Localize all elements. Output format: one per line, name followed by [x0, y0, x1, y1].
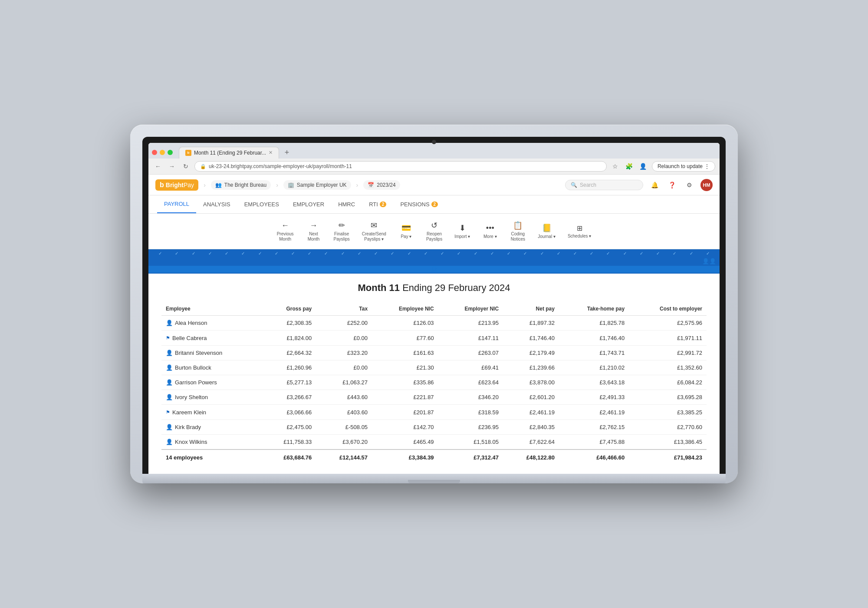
person-icon: 👤 — [166, 379, 173, 386]
timeline-check: ✓ — [368, 251, 384, 256]
search-placeholder-text: Search — [580, 182, 596, 188]
cost-to-employer-cell: £3,385.25 — [629, 405, 707, 420]
col-employer-nic: Employer NIC — [438, 302, 503, 316]
tab-analysis[interactable]: ANALYSIS — [196, 196, 237, 213]
tax-cell: £-508.05 — [316, 420, 372, 435]
browser-tab-active[interactable]: b Month 11 (Ending 29 Februar... ✕ — [179, 147, 279, 159]
employer-nic-cell: £236.95 — [438, 420, 503, 435]
tab-close-button[interactable]: ✕ — [269, 150, 273, 155]
employer-nic-cell: £1,518.05 — [438, 435, 503, 450]
tab-pensions[interactable]: PENSIONS 2 — [393, 196, 445, 213]
help-button[interactable]: ❓ — [666, 179, 678, 191]
screen-bezel: b Month 11 (Ending 29 Februar... ✕ + ← →… — [142, 137, 726, 474]
take-home-pay-cell: £3,643.18 — [559, 375, 629, 390]
table-row[interactable]: 👤 Britanni Stevenson £2,664.32 £323.20 £… — [161, 346, 707, 360]
breadcrumb-separator-1: › — [204, 182, 206, 188]
import-button[interactable]: ⬇ Import ▾ — [449, 221, 475, 242]
logo-area[interactable]: b BrightPay — [155, 179, 198, 191]
camera-notch — [432, 140, 436, 144]
table-row[interactable]: 👤 Kirk Brady £2,475.00 £-508.05 £142.70 … — [161, 420, 707, 435]
refresh-button[interactable]: ↻ — [181, 161, 191, 172]
journal-label: Journal ▾ — [538, 234, 556, 239]
breadcrumb-year[interactable]: 📅 2023/24 — [363, 180, 400, 190]
tab-employees[interactable]: EMPLOYEES — [237, 196, 286, 213]
pensions-badge: 2 — [431, 202, 438, 207]
tab-employer[interactable]: EMPLOYER — [286, 196, 331, 213]
take-home-pay-cell: £1,743.71 — [559, 346, 629, 360]
prev-month-button[interactable]: ← PreviousMonth — [272, 218, 299, 245]
more-button[interactable]: ••• More ▾ — [477, 221, 503, 242]
cost-to-employer-cell: £13,386.45 — [629, 435, 707, 450]
extension-icon[interactable]: 🧩 — [624, 161, 635, 172]
table-row[interactable]: ⚑ Belle Cabrera £1,824.00 £0.00 £77.60 £… — [161, 330, 707, 346]
new-tab-button[interactable]: + — [281, 146, 293, 159]
tab-favicon: b — [185, 150, 191, 156]
tab-rti[interactable]: RTI 2 — [362, 196, 393, 213]
col-employee-nic: Employee NIC — [372, 302, 438, 316]
finalise-button[interactable]: ✏ FinalisePayslips — [329, 218, 355, 245]
breadcrumb-year-label: 2023/24 — [377, 182, 395, 188]
table-row[interactable]: 👤 Alea Henson £2,308.35 £252.00 £126.03 … — [161, 316, 707, 330]
prev-month-label: PreviousMonth — [277, 231, 294, 242]
bookmark-icon[interactable]: ☆ — [610, 161, 621, 172]
tab-payroll[interactable]: PAYROLL — [157, 195, 196, 213]
net-pay-cell: £1,897.32 — [503, 316, 559, 330]
forward-button[interactable]: → — [167, 161, 177, 172]
net-pay-cell: £2,179.49 — [503, 346, 559, 360]
take-home-pay-cell: £1,210.02 — [559, 360, 629, 375]
person-icon: 👤 — [166, 364, 173, 371]
take-home-pay-cell: £1,746.40 — [559, 330, 629, 346]
net-pay-cell: £3,878.00 — [503, 375, 559, 390]
profile-icon[interactable]: 👤 — [638, 161, 648, 172]
journal-button[interactable]: 📒 Journal ▾ — [533, 221, 561, 242]
table-row[interactable]: 👤 Garrison Powers £5,277.13 £1,063.27 £3… — [161, 375, 707, 390]
settings-button[interactable]: ⚙ — [683, 179, 695, 191]
tab-hmrc-label: HMRC — [338, 201, 355, 208]
gross-pay-cell: £2,664.32 — [260, 346, 316, 360]
close-button[interactable] — [152, 150, 157, 155]
back-button[interactable]: ← — [153, 161, 163, 172]
employer-nic-cell: £147.11 — [438, 330, 503, 346]
timeline-check: ✓ — [583, 251, 600, 256]
table-row[interactable]: ⚑ Kareem Klein £3,066.66 £403.60 £201.87… — [161, 405, 707, 420]
gross-pay-cell: £5,277.13 — [260, 375, 316, 390]
schedules-button[interactable]: ⊞ Schedules ▾ — [562, 221, 596, 241]
relaunch-button[interactable]: Relaunch to update ⋮ — [652, 161, 715, 172]
cost-to-employer-cell: £1,971.11 — [629, 330, 707, 346]
breadcrumb-bureau[interactable]: 👥 The Bright Bureau — [211, 180, 271, 190]
minimize-button[interactable] — [160, 150, 165, 155]
employee-name: Garrison Powers — [175, 379, 217, 386]
employee-nic-cell: £161.63 — [372, 346, 438, 360]
table-row[interactable]: 👤 Ivory Shelton £3,266.67 £443.60 £221.8… — [161, 390, 707, 405]
employee-nic-cell: £77.60 — [372, 330, 438, 346]
pay-button[interactable]: 💳 Pay ▾ — [393, 221, 419, 242]
table-row[interactable]: 👤 Burton Bullock £1,260.96 £0.00 £21.30 … — [161, 360, 707, 375]
person-icon: 👤 — [166, 320, 173, 326]
table-row[interactable]: 👤 Knox Wilkins £11,758.33 £3,670.20 £465… — [161, 435, 707, 450]
user-avatar[interactable]: HM — [700, 179, 713, 191]
breadcrumb-employer[interactable]: 🏢 Sample Employer UK — [283, 180, 351, 190]
create-send-button[interactable]: ✉ Create/SendPayslips ▾ — [357, 218, 391, 245]
tax-cell: £323.20 — [316, 346, 372, 360]
cost-to-employer-cell: £1,352.60 — [629, 360, 707, 375]
import-icon: ⬇ — [459, 223, 466, 233]
bureau-icon: 👥 — [215, 182, 222, 188]
person-icon-1: 👤 — [702, 258, 709, 264]
employee-name: Ivory Shelton — [175, 394, 208, 400]
net-pay-cell: £2,840.35 — [503, 420, 559, 435]
next-month-button[interactable]: → NextMonth — [301, 218, 327, 245]
header-search[interactable]: 🔍 Search — [565, 180, 643, 190]
employee-name-cell: 👤 Britanni Stevenson — [161, 346, 260, 360]
import-label: Import ▾ — [454, 234, 470, 239]
address-field[interactable]: 🔒 uk-23-24.brightpay.com/sample-employer… — [194, 161, 607, 172]
timeline-check: ✓ — [500, 251, 517, 256]
schedules-icon: ⊞ — [577, 224, 582, 232]
maximize-button[interactable] — [168, 150, 173, 155]
coding-notices-button[interactable]: 📋 CodingNotices — [505, 218, 531, 245]
reopen-button[interactable]: ↺ ReopenPayslips — [421, 218, 447, 245]
notification-button[interactable]: 🔔 — [648, 179, 661, 191]
tab-title: Month 11 (Ending 29 Februar... — [194, 150, 266, 156]
employee-nic-cell: £142.70 — [372, 420, 438, 435]
tab-hmrc[interactable]: HMRC — [331, 196, 362, 213]
timeline-check: ✓ — [351, 251, 368, 256]
